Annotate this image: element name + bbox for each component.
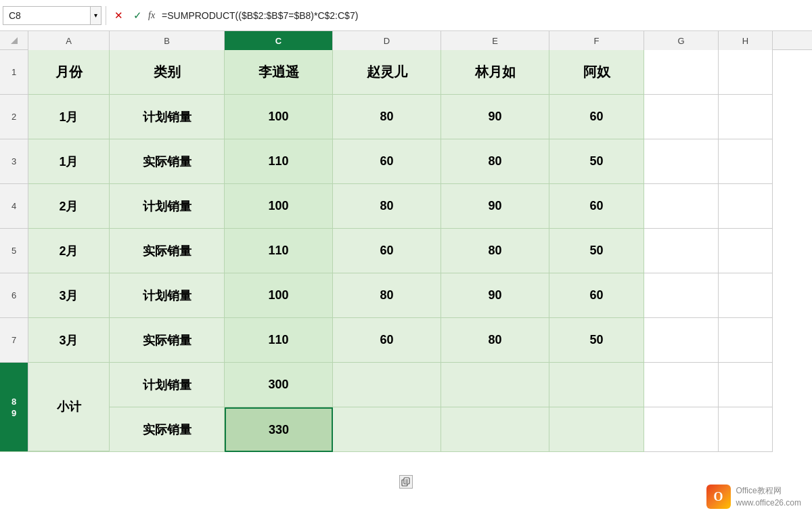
cell-g2[interactable] [644,95,719,139]
cell-g3[interactable] [644,139,719,184]
cell-b1[interactable]: 类别 [110,50,225,95]
row-header-7[interactable]: 7 [0,318,28,363]
cell-g6[interactable] [644,273,719,318]
row-header-3[interactable]: 3 [0,139,28,184]
cell-name-box[interactable]: C8 [3,6,91,25]
cell-g4[interactable] [644,184,719,229]
cell-c9[interactable]: 330 [225,407,333,452]
col-header-d[interactable]: D [333,31,441,50]
col-header-c[interactable]: C [225,31,333,50]
row-header-1[interactable]: 1 [0,50,28,95]
cell-b2[interactable]: 计划销量 [110,95,225,139]
cell-c1[interactable]: 李逍遥 [225,50,333,95]
subtotal-data-cols: 计划销量 300 实际销量 330 [110,363,773,452]
cell-a1[interactable]: 月份 [28,50,110,95]
row-header-4[interactable]: 4 [0,184,28,229]
cell-g9[interactable] [644,407,719,452]
cell-h6[interactable] [719,273,773,318]
cell-c3[interactable]: 110 [225,139,333,184]
cell-b6[interactable]: 计划销量 [110,273,225,318]
cell-a5[interactable]: 2月 [28,229,110,273]
cell-d9[interactable] [333,407,441,452]
cell-e5[interactable]: 80 [441,229,549,273]
cell-d5[interactable]: 60 [333,229,441,273]
cell-d2[interactable]: 80 [333,95,441,139]
cell-h9[interactable] [719,407,773,452]
cell-f9[interactable] [549,407,644,452]
cell-f1[interactable]: 阿奴 [549,50,644,95]
cell-d6[interactable]: 80 [333,273,441,318]
cell-a7[interactable]: 3月 [28,318,110,363]
formula-divider [106,6,106,25]
cell-b8[interactable]: 计划销量 [110,363,225,407]
cell-b4[interactable]: 计划销量 [110,184,225,229]
cell-f5[interactable]: 50 [549,229,644,273]
formula-input[interactable] [159,6,809,25]
cell-f2[interactable]: 60 [549,95,644,139]
cell-d8[interactable] [333,363,441,407]
cell-g1[interactable] [644,50,719,95]
cell-a8-merged[interactable]: 小计 [28,363,110,452]
cell-h2[interactable] [719,95,773,139]
cell-h7[interactable] [719,318,773,363]
watermark-line2: www.office26.com [736,497,802,509]
cell-e2[interactable]: 90 [441,95,549,139]
cell-c8[interactable]: 300 [225,363,333,407]
col-header-h[interactable]: H [719,31,773,50]
cell-c6[interactable]: 100 [225,273,333,318]
cell-c2[interactable]: 100 [225,95,333,139]
cell-d7[interactable]: 60 [333,318,441,363]
cell-d4[interactable]: 80 [333,184,441,229]
col-header-a[interactable]: A [28,31,110,50]
cell-a3[interactable]: 1月 [28,139,110,184]
cancel-icon[interactable]: ✕ [110,7,127,24]
cell-e7[interactable]: 80 [441,318,549,363]
col-header-e[interactable]: E [441,31,549,50]
cell-e4[interactable]: 90 [441,184,549,229]
corner-cell[interactable] [0,31,28,50]
cell-name-dropdown[interactable]: ▾ [91,6,102,25]
cell-a2[interactable]: 1月 [28,95,110,139]
cell-c5[interactable]: 110 [225,229,333,273]
row-header-6[interactable]: 6 [0,273,28,318]
cell-e1[interactable]: 林月如 [441,50,549,95]
cell-h8[interactable] [719,363,773,407]
subtotal-section: 8 9 小计 计划销量 300 [0,363,812,452]
spreadsheet-row-1: 1 月份 类别 李逍遥 赵灵儿 林月如 阿奴 [0,50,812,95]
cell-b5[interactable]: 实际销量 [110,229,225,273]
cell-f7[interactable]: 50 [549,318,644,363]
cell-h4[interactable] [719,184,773,229]
cell-h5[interactable] [719,229,773,273]
row-header-5[interactable]: 5 [0,229,28,273]
cell-f6[interactable]: 60 [549,273,644,318]
confirm-icon[interactable]: ✓ [129,7,145,24]
cell-e8[interactable] [441,363,549,407]
paste-options-icon[interactable] [399,475,413,489]
cell-c7[interactable]: 110 [225,318,333,363]
cell-b3[interactable]: 实际销量 [110,139,225,184]
col-header-b[interactable]: B [110,31,225,50]
cell-e6[interactable]: 90 [441,273,549,318]
cell-d1[interactable]: 赵灵儿 [333,50,441,95]
row-header-8-9[interactable]: 8 9 [0,363,28,452]
cell-e3[interactable]: 80 [441,139,549,184]
cell-e9[interactable] [441,407,549,452]
cell-f8[interactable] [549,363,644,407]
cell-g8[interactable] [644,363,719,407]
cell-c4[interactable]: 100 [225,184,333,229]
cell-a4[interactable]: 2月 [28,184,110,229]
cell-f3[interactable]: 50 [549,139,644,184]
spreadsheet-row-8: 计划销量 300 [110,363,773,407]
cell-h1[interactable] [719,50,773,95]
cell-a6[interactable]: 3月 [28,273,110,318]
col-header-f[interactable]: F [549,31,644,50]
cell-g7[interactable] [644,318,719,363]
cell-f4[interactable]: 60 [549,184,644,229]
cell-d3[interactable]: 60 [333,139,441,184]
col-header-g[interactable]: G [644,31,719,50]
cell-b7[interactable]: 实际销量 [110,318,225,363]
cell-h3[interactable] [719,139,773,184]
cell-g5[interactable] [644,229,719,273]
row-header-2[interactable]: 2 [0,95,28,139]
cell-b9[interactable]: 实际销量 [110,407,225,452]
